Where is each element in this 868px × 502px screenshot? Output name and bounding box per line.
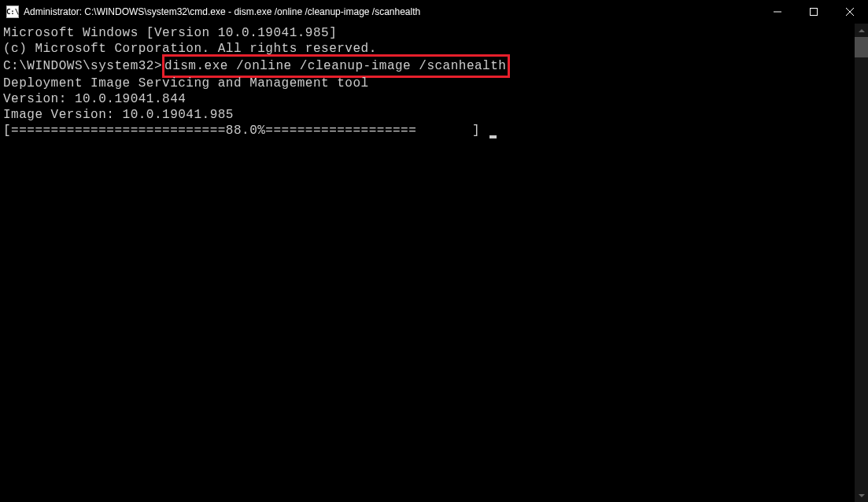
svg-rect-1 — [811, 9, 818, 16]
progress-bar: [===========================88.0%=======… — [3, 124, 488, 138]
command-text: dism.exe /online /cleanup-image /scanhea… — [164, 59, 506, 73]
maximize-button[interactable] — [796, 0, 832, 24]
output-line: Deployment Image Servicing and Managemen… — [3, 76, 851, 91]
close-button[interactable] — [832, 0, 868, 24]
prompt: C:\WINDOWS\system32> — [3, 59, 162, 73]
titlebar[interactable]: C:\ Administrator: C:\WINDOWS\system32\c… — [0, 0, 868, 24]
output-line: Microsoft Windows [Version 10.0.19041.98… — [3, 25, 851, 41]
minimize-button[interactable] — [759, 0, 796, 24]
chevron-down-icon — [859, 494, 865, 497]
close-icon — [846, 8, 854, 16]
minimize-icon — [774, 8, 781, 16]
scroll-down-arrow[interactable] — [855, 489, 868, 502]
client-area: Microsoft Windows [Version 10.0.19041.98… — [0, 24, 868, 502]
progress-line: [===========================88.0%=======… — [3, 123, 851, 138]
scroll-thumb[interactable] — [855, 37, 868, 57]
vertical-scrollbar[interactable] — [855, 24, 868, 502]
cmd-icon: C:\ — [6, 6, 19, 18]
terminal-output[interactable]: Microsoft Windows [Version 10.0.19041.98… — [0, 24, 855, 502]
output-line: Image Version: 10.0.19041.985 — [3, 107, 851, 123]
output-line: Version: 10.0.19041.844 — [3, 91, 851, 107]
command-line: C:\WINDOWS\system32>dism.exe /online /cl… — [3, 57, 851, 76]
chevron-up-icon — [859, 29, 865, 32]
window-title: Administrator: C:\WINDOWS\system32\cmd.e… — [24, 6, 759, 17]
cursor — [489, 135, 497, 138]
cmd-window: C:\ Administrator: C:\WINDOWS\system32\c… — [0, 0, 868, 502]
maximize-icon — [810, 8, 818, 16]
command-highlight: dism.exe /online /cleanup-image /scanhea… — [162, 54, 510, 78]
scroll-track[interactable] — [855, 37, 868, 489]
scroll-up-arrow[interactable] — [855, 24, 868, 37]
window-controls — [759, 0, 868, 24]
